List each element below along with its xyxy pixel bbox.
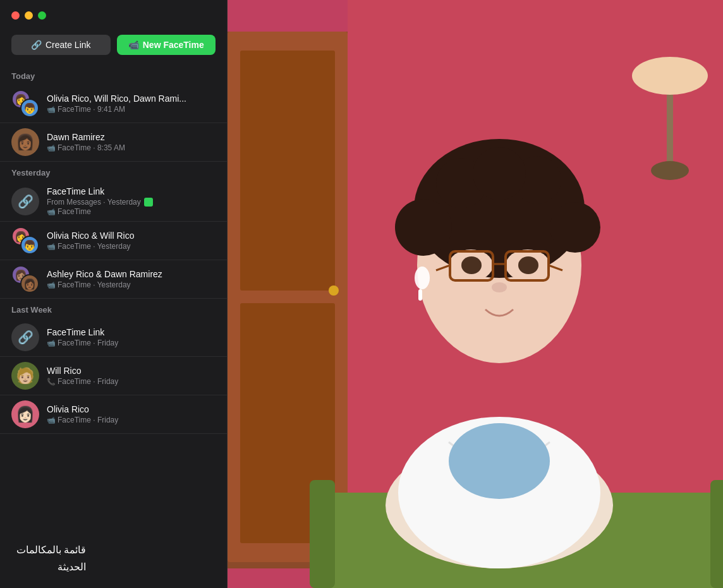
item-name: Olivia Rico (47, 404, 216, 414)
toolbar: 🔗 Create Link 📹 New FaceTime (0, 0, 227, 65)
avatar: 👩 👦 (11, 90, 39, 117)
avatar-link: 🔗 (11, 323, 39, 351)
item-sub: 📹 FaceTime · 8:35 AM (47, 143, 216, 152)
list-item[interactable]: 🔗 FaceTime Link From Messages · Yesterda… (0, 181, 227, 222)
create-link-button[interactable]: 🔗 Create Link (11, 35, 111, 55)
fullscreen-button[interactable] (38, 11, 46, 20)
video-icon: 📹 (47, 105, 56, 114)
item-name: Will Rico (47, 366, 216, 376)
svg-rect-8 (667, 95, 673, 171)
item-info: Ashley Rico & Dawn Ramirez 📹 FaceTime · … (47, 269, 216, 289)
avatar: 👩🏾 (11, 128, 39, 156)
video-icon: 📹 (47, 208, 56, 216)
item-sub: 📞 FaceTime · Friday (47, 377, 216, 386)
item-info: FaceTime Link From Messages · Yesterday … (47, 186, 216, 216)
list-item[interactable]: 🔗 FaceTime Link 📹 FaceTime · Friday (0, 318, 227, 357)
avatar: 🧑🏼 (11, 362, 39, 390)
svg-rect-11 (310, 480, 335, 588)
item-name: FaceTime Link (47, 186, 216, 196)
item-info: FaceTime Link 📹 FaceTime · Friday (47, 327, 216, 347)
svg-point-7 (632, 57, 708, 95)
main-content (228, 0, 723, 588)
item-sub: From Messages · Yesterday (47, 198, 216, 207)
item-sub: 📹 FaceTime · Yesterday (47, 280, 216, 289)
video-icon: 📹 (47, 281, 56, 289)
video-icon: 📹 (47, 243, 56, 251)
section-yesterday: Yesterday (0, 162, 227, 181)
item-sub: 📹 FaceTime · 9:41 AM (47, 105, 216, 114)
item-name: FaceTime Link (47, 327, 216, 337)
new-facetime-label: New FaceTime (143, 40, 204, 50)
svg-point-32 (415, 267, 430, 289)
svg-point-29 (461, 256, 482, 274)
close-button[interactable] (11, 11, 20, 20)
svg-point-21 (473, 147, 526, 200)
avatar: 👩🏽 👩🏾 (11, 265, 39, 293)
svg-point-5 (329, 285, 339, 296)
svg-point-17 (395, 199, 452, 256)
svg-rect-12 (710, 480, 723, 588)
video-icon: 📹 (47, 416, 56, 424)
list-item[interactable]: 👩🏾 Dawn Ramirez 📹 FaceTime · 8:35 AM (0, 123, 227, 162)
background-scene (228, 0, 723, 588)
svg-point-9 (651, 161, 689, 180)
item-name: Olivia Rico, Will Rico, Dawn Rami... (47, 93, 216, 104)
create-link-label: Create Link (46, 40, 91, 50)
sidebar: 🔗 Create Link 📹 New FaceTime Today 👩 👦 O… (0, 0, 228, 588)
list-item[interactable]: 👩🏽 👩🏾 Ashley Rico & Dawn Ramirez 📹 FaceT… (0, 260, 227, 299)
avatar-link: 🔗 (11, 188, 39, 215)
messages-badge (144, 198, 153, 207)
phone-icon: 📞 (47, 378, 56, 386)
svg-point-18 (550, 202, 600, 253)
section-today: Today (0, 65, 227, 85)
new-facetime-button[interactable]: 📹 New FaceTime (117, 35, 216, 55)
annotation-callout: قائمة بالمكالمات الحديثة (13, 542, 90, 575)
minimize-button[interactable] (25, 11, 33, 20)
item-name: Olivia Rico & Will Rico (47, 231, 216, 241)
avatar: 👩🏻 (11, 400, 39, 428)
list-item[interactable]: 👩🏻 Olivia Rico 📹 FaceTime · Friday (0, 395, 227, 434)
traffic-lights (11, 11, 46, 20)
avatar: 👩 👦 (11, 227, 39, 255)
link-icon: 🔗 (18, 330, 33, 345)
svg-point-30 (518, 256, 538, 274)
list-item[interactable]: 👩 👦 Olivia Rico & Will Rico 📹 FaceTime ·… (0, 222, 227, 260)
item-sub2: 📹 FaceTime (47, 207, 216, 216)
video-icon: 📹 (47, 144, 56, 152)
item-sub: 📹 FaceTime · Friday (47, 339, 216, 347)
svg-rect-3 (240, 51, 335, 291)
list-item[interactable]: 👩 👦 Olivia Rico, Will Rico, Dawn Rami...… (0, 85, 227, 123)
link-icon: 🔗 (31, 40, 42, 50)
facetime-video-area (228, 0, 723, 588)
item-info: Will Rico 📞 FaceTime · Friday (47, 366, 216, 386)
item-info: Olivia Rico, Will Rico, Dawn Rami... 📹 F… (47, 93, 216, 114)
item-info: Dawn Ramirez 📹 FaceTime · 8:35 AM (47, 132, 216, 152)
item-sub: 📹 FaceTime · Yesterday (47, 242, 216, 251)
annotation-line1: قائمة بالمكالمات (13, 542, 90, 558)
svg-point-31 (492, 282, 507, 292)
item-info: Olivia Rico 📹 FaceTime · Friday (47, 404, 216, 424)
list-item[interactable]: 🧑🏼 Will Rico 📞 FaceTime · Friday (0, 357, 227, 395)
svg-point-34 (449, 423, 550, 499)
video-icon: 📹 (47, 339, 56, 347)
section-last-week: Last Week (0, 299, 227, 318)
link-icon: 🔗 (18, 194, 33, 209)
svg-rect-33 (418, 289, 422, 301)
item-sub: 📹 FaceTime · Friday (47, 416, 216, 424)
item-info: Olivia Rico & Will Rico 📹 FaceTime · Yes… (47, 231, 216, 251)
recents-list: Today 👩 👦 Olivia Rico, Will Rico, Dawn R… (0, 65, 227, 588)
item-name: Ashley Rico & Dawn Ramirez (47, 269, 216, 279)
annotation-line2: الحديثة (54, 559, 90, 575)
video-camera-icon: 📹 (128, 40, 139, 50)
item-name: Dawn Ramirez (47, 132, 216, 142)
